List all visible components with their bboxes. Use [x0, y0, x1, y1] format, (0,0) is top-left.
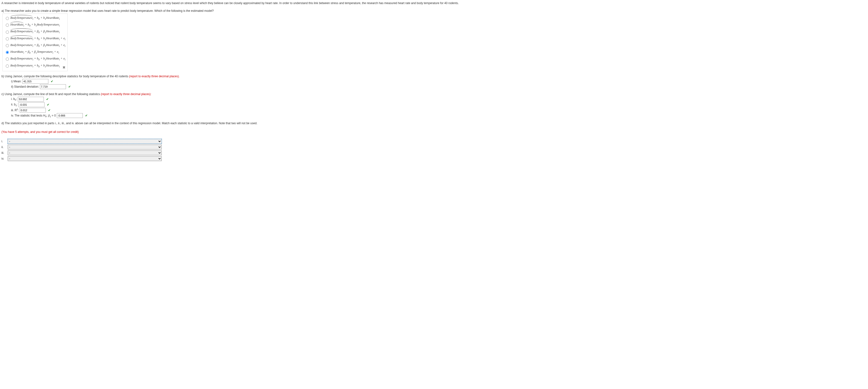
tstat-label: iv. The statistic that tests H0: β1 = 0 [11, 113, 56, 118]
b1-check-icon: ✔ [47, 102, 49, 107]
sd-input[interactable] [40, 84, 66, 89]
option-1-radio[interactable] [6, 17, 9, 20]
part-d-attempts-note: (You have 5 attempts, and you must get a… [1, 130, 867, 134]
tstat-check-icon: ✔ [85, 113, 88, 118]
option-4-label: BodyTemperaturei = b0 + b1HeartRatei + e… [10, 36, 65, 41]
part-a-prompt: a) The researcher asks you to create a s… [1, 9, 867, 13]
b0-input[interactable] [18, 97, 44, 101]
part-c-text: c) Using Jamovi, compute the line of bes… [1, 92, 101, 96]
option-8-radio[interactable] [6, 64, 9, 68]
sd-check-icon: ✔ [68, 85, 71, 89]
r2-label: iii. R2: [11, 108, 19, 112]
r2-check-icon: ✔ [48, 108, 51, 112]
intro-text: A researcher is interested in body tempe… [1, 1, 867, 5]
part-d-prompt: d) The statistics you just reported in p… [1, 121, 867, 125]
part-c-prompt: c) Using Jamovi, compute the line of bes… [1, 92, 867, 96]
b0-label: i. b0: [11, 97, 17, 102]
option-1-label: BodyTemperaturei = b0 + b1HeartRatei [10, 16, 60, 21]
option-2-label: HeartRatei = b0 + b1BodyTemperaturei [10, 22, 60, 27]
option-2-radio[interactable] [6, 24, 9, 27]
option-8-label: BodyTemperaturei = b0 + b1HeartRatei [10, 63, 60, 68]
option-6-label: HeartRatei = β0 + β1Temperaturei + ei [10, 49, 59, 55]
option-3-label: BodyTemperaturei = β0 + β1HeartRatei [10, 29, 60, 34]
match-iv-select[interactable]: - [8, 156, 162, 161]
mean-input[interactable] [22, 79, 49, 84]
match-iii-select[interactable]: - [8, 150, 162, 155]
option-5-label: BodyTemperaturei = β0 + β1HeartRatei + e… [10, 42, 65, 48]
b1-input[interactable] [19, 102, 44, 107]
match-iii-label: iii. [1, 151, 6, 155]
option-3-radio[interactable] [6, 31, 9, 34]
b0-check-icon: ✔ [46, 97, 49, 101]
option-7-label: BodyTemperaturei = b0 + b1HeartRatei + e… [10, 56, 65, 61]
part-b-text: b) Using Jamovi, compute the following d… [1, 74, 129, 78]
mean-check-icon: ✔ [51, 79, 53, 84]
part-a-options: BodyTemperaturei = b0 + b1HeartRatei Hea… [2, 13, 68, 71]
option-6-radio[interactable] [6, 51, 9, 54]
part-b-redtext: (report to exactly three decimal places)… [129, 74, 180, 78]
b1-label: ii. b1: [11, 102, 18, 107]
option-5-radio[interactable] [6, 44, 9, 47]
option-7-radio[interactable] [6, 58, 9, 61]
part-b-prompt: b) Using Jamovi, compute the following d… [1, 74, 867, 79]
sd-label: ii) Standard deviation: [11, 85, 39, 89]
part-c-redtext: (report to exactly three decimal places)… [101, 92, 151, 96]
match-i-select[interactable]: - [8, 139, 162, 144]
option-4-radio[interactable] [6, 37, 9, 40]
match-ii-label: ii. [1, 145, 6, 149]
match-i-label: i. [1, 139, 6, 144]
mean-label: i) Mean: [11, 79, 22, 84]
r2-input[interactable] [20, 108, 46, 113]
match-iv-label: iv. [1, 156, 6, 161]
match-ii-select[interactable]: - [8, 145, 162, 149]
incorrect-icon: ✖ [63, 65, 65, 70]
tstat-input[interactable] [57, 113, 83, 118]
